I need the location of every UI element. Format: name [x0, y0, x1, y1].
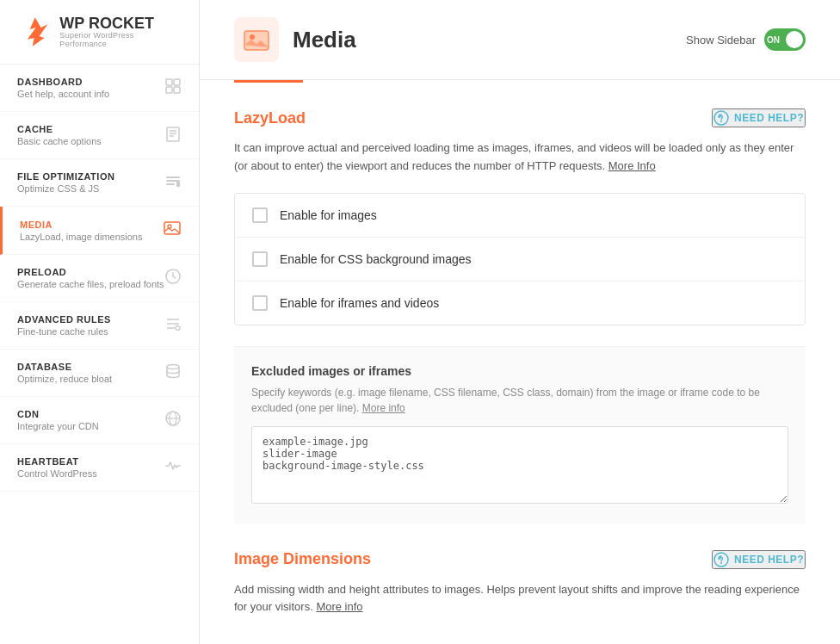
svg-rect-4: [166, 87, 172, 93]
svg-rect-10: [166, 176, 180, 178]
image-dimensions-more-info-link[interactable]: More info: [316, 600, 362, 613]
main-nav: DASHBOARD Get help, account info CACHE B…: [0, 65, 199, 492]
advanced-rules-icon: [164, 315, 182, 337]
page-icon-box: [234, 17, 279, 62]
preload-icon: [164, 268, 182, 289]
media-page-icon: [243, 26, 270, 53]
svg-rect-13: [176, 182, 180, 187]
svg-rect-5: [174, 87, 180, 93]
sidebar-item-cdn[interactable]: CDN Integrate your CDN: [0, 397, 199, 444]
image-dimensions-description: Add missing width and height attributes …: [234, 581, 806, 617]
sidebar-item-database[interactable]: DATABASE Optimize, reduce bloat: [0, 350, 199, 397]
svg-point-20: [176, 325, 180, 330]
lazyload-options-box: Enable for images Enable for CSS backgro…: [234, 193, 806, 325]
show-sidebar-label: Show Sidebar: [686, 34, 756, 46]
svg-point-15: [168, 225, 171, 228]
svg-rect-3: [174, 79, 180, 85]
media-icon: [163, 219, 182, 242]
excluded-title: Excluded images or iframes: [251, 364, 788, 378]
logo: WP ROCKET Superior WordPress Performance: [17, 14, 182, 50]
lazyload-description: It can improve actual and perceived load…: [234, 139, 806, 176]
excluded-more-info-link[interactable]: More info: [362, 402, 405, 414]
image-dimensions-title: Image Dimensions: [234, 550, 371, 568]
dashboard-icon: [164, 77, 182, 99]
page-title: Media: [293, 27, 356, 53]
svg-point-26: [250, 34, 255, 40]
sidebar-item-preload[interactable]: PRELOAD Generate cache files, preload fo…: [0, 255, 199, 302]
sidebar-item-file-optimization[interactable]: FILE OPTIMIZATION Optimize CSS & JS: [0, 159, 199, 207]
lazyload-need-help-button[interactable]: NEED HELP?: [712, 108, 806, 127]
svg-rect-11: [166, 180, 180, 182]
lazyload-section: LazyLoad NEED HELP? It can improve actua…: [234, 108, 806, 524]
file-optimization-icon: [164, 172, 182, 194]
svg-rect-14: [164, 222, 180, 234]
svg-rect-12: [166, 183, 175, 185]
image-dimensions-header: Image Dimensions NEED HELP?: [234, 550, 806, 569]
heartbeat-icon: [164, 457, 182, 479]
svg-point-30: [720, 562, 722, 564]
sidebar-item-dashboard[interactable]: DASHBOARD Get help, account info: [0, 65, 199, 112]
toggle-thumb: [786, 31, 803, 48]
svg-point-27: [714, 111, 728, 125]
main-header: Media Show Sidebar ON: [200, 0, 840, 80]
enable-css-bg-checkbox[interactable]: [252, 251, 268, 267]
svg-point-29: [714, 553, 728, 567]
enable-iframes-label: Enable for iframes and videos: [280, 296, 439, 310]
svg-point-28: [720, 121, 722, 122]
sidebar-item-cache[interactable]: CACHE Basic cache options: [0, 112, 199, 159]
svg-rect-25: [244, 31, 269, 50]
excluded-description: Specify keywords (e.g. image filename, C…: [251, 385, 788, 416]
logo-tagline: Superior WordPress Performance: [59, 31, 182, 48]
image-dimensions-need-help-button[interactable]: NEED HELP?: [712, 550, 806, 569]
excluded-section: Excluded images or iframes Specify keywo…: [234, 346, 806, 524]
enable-css-bg-label: Enable for CSS background images: [280, 252, 472, 266]
sidebar-item-advanced-rules[interactable]: ADVANCED RULES Fine-tune cache rules: [0, 302, 199, 350]
sidebar-item-heartbeat[interactable]: HEARTBEAT Control WordPress: [0, 444, 199, 492]
image-dimensions-section: Image Dimensions NEED HELP? Add missing …: [234, 550, 806, 617]
enable-images-row: Enable for images: [235, 194, 805, 238]
sidebar-item-media[interactable]: MEDIA LazyLoad, image dimensions: [0, 207, 199, 255]
header-left: Media: [234, 17, 356, 62]
excluded-textarea[interactable]: example-image.jpg slider-image backgroun…: [251, 426, 788, 504]
enable-iframes-row: Enable for iframes and videos: [235, 282, 805, 325]
main-content: Media Show Sidebar ON LazyLoad: [200, 0, 840, 644]
lazyload-section-header: LazyLoad NEED HELP?: [234, 108, 806, 127]
svg-point-21: [167, 364, 179, 368]
wp-rocket-logo-icon: [17, 14, 52, 50]
header-right: Show Sidebar ON: [686, 28, 806, 51]
cdn-icon: [164, 410, 182, 431]
lazyload-title: LazyLoad: [234, 109, 306, 127]
help-circle-icon-2: [713, 552, 729, 567]
enable-images-checkbox[interactable]: [252, 207, 268, 223]
sidebar-toggle[interactable]: ON: [764, 28, 806, 51]
sidebar: WP ROCKET Superior WordPress Performance…: [0, 0, 200, 644]
logo-text: WP ROCKET Superior WordPress Performance: [59, 15, 182, 48]
enable-css-bg-row: Enable for CSS background images: [235, 238, 805, 282]
help-circle-icon: [713, 110, 729, 126]
toggle-switch[interactable]: ON: [764, 28, 806, 51]
database-icon: [164, 362, 182, 384]
content-area: LazyLoad NEED HELP? It can improve actua…: [200, 83, 840, 644]
cache-icon: [164, 125, 182, 146]
logo-area: WP ROCKET Superior WordPress Performance: [0, 0, 199, 65]
enable-images-label: Enable for images: [280, 208, 377, 222]
svg-rect-6: [167, 127, 179, 141]
lazyload-more-info-link[interactable]: More Info: [608, 159, 656, 172]
svg-rect-2: [166, 79, 172, 85]
enable-iframes-checkbox[interactable]: [252, 295, 268, 311]
logo-name: WP ROCKET: [59, 15, 182, 31]
